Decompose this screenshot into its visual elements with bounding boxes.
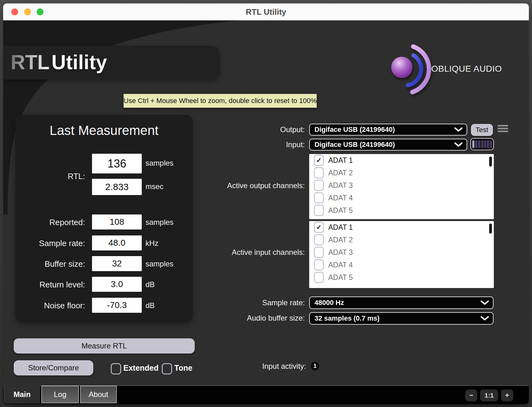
tab-about[interactable]: About [80,386,117,403]
channel-checkbox[interactable] [314,192,324,204]
output-device-value: Digiface USB (24199640) [315,126,395,134]
channel-row[interactable]: ADAT 2 [309,167,494,179]
measurement-row-label: Noise floor: [22,301,85,311]
channel-checkbox[interactable]: ✓ [314,222,324,233]
chevron-down-icon [454,142,463,147]
tone-checkbox-label: Tone [174,363,192,373]
channel-label: ADAT 4 [328,261,353,269]
app-logo-utility: Utility [51,51,107,74]
meter-bar [478,140,480,148]
measurement-row-value: 3.0 [92,277,142,292]
chevron-down-icon [481,316,489,321]
channel-row[interactable]: ADAT 4 [309,192,494,204]
channel-checkbox[interactable] [314,272,324,283]
tab-bar: MainLogAbout − 1:1 + [3,385,529,404]
tone-checkbox[interactable] [162,363,172,374]
channel-checkbox[interactable] [314,205,324,216]
measurement-row-value: 108 [92,214,142,229]
app-window: RTL Utility RTLUtility [3,3,529,404]
channel-label: ADAT 5 [328,206,353,215]
channel-row[interactable]: ✓ ADAT 1 [309,154,494,167]
measurement-row-label: Buffer size: [22,259,85,269]
title-bar: RTL Utility [3,3,529,21]
measurement-row-unit: kHz [146,239,158,248]
channel-checkbox[interactable] [314,259,324,270]
tab-log[interactable]: Log [41,386,79,403]
rtl-label: RTL: [22,172,85,181]
channel-label: ADAT 1 [328,223,353,232]
app-logo-text: RTLUtility [11,46,107,80]
scrollbar-thumb[interactable] [489,157,492,167]
input-activity-badge: 1 [311,362,319,370]
channel-checkbox[interactable] [314,167,324,178]
channel-label: ADAT 5 [328,273,353,282]
active-output-channels-label: Active output channels: [191,181,305,190]
zoom-out-button[interactable]: − [465,389,477,401]
input-activity-label: Input activity: [203,362,306,371]
channel-row[interactable]: ADAT 3 [309,246,494,259]
channel-checkbox[interactable] [314,247,324,258]
sample-rate-label: Sample rate: [191,298,305,307]
measurement-row-label: Return level: [22,280,85,290]
active-input-channels-label: Active input channels: [191,248,305,257]
output-device-dropdown[interactable]: Digiface USB (24199640) [309,124,467,136]
audio-buffer-size-label: Audio buffer size: [191,314,305,322]
audio-buffer-size-value: 32 samples (0.7 ms) [315,314,380,322]
extended-checkbox-label: Extended [123,363,159,373]
measurement-row-value: 32 [92,256,142,271]
channel-label: ADAT 3 [328,181,353,190]
meter-bar [487,140,489,148]
meter-bar-active [472,140,474,148]
input-level-meter [470,138,494,150]
rtl-samples-unit: samples [146,159,173,167]
channel-row[interactable]: ADAT 3 [309,179,494,192]
channel-label: ADAT 2 [328,236,353,244]
output-label: Output: [191,125,305,134]
channel-row[interactable]: ADAT 5 [309,204,494,217]
meter-bar [490,140,492,148]
scrollbar-thumb[interactable] [489,224,492,234]
channel-row[interactable]: ✓ ADAT 1 [309,221,494,234]
channel-label: ADAT 2 [328,169,353,177]
measurement-row-unit: dB [146,280,155,289]
input-channels-list[interactable]: ✓ ADAT 1 ADAT 2 ADAT 3 ADAT 4 ADAT 5 [309,221,494,288]
channel-row[interactable]: ADAT 2 [309,234,494,246]
meter-bar [484,140,486,148]
meter-bar [481,140,483,148]
channel-checkbox[interactable] [314,180,324,191]
store-compare-button[interactable]: Store/Compare [14,360,93,375]
zoom-hint-tooltip: Use Ctrl + Mouse Wheel to zoom, double c… [124,94,317,108]
rtl-msec-value: 2.833 [92,179,142,195]
app-logo-plate: RTLUtility [3,46,220,80]
meter-bar [475,140,477,148]
channel-row[interactable]: ADAT 4 [309,259,494,271]
measure-rtl-button[interactable]: Measure RTL [14,338,195,353]
last-measurement-panel: Last Measurement RTL: 136 samples 2.833 … [15,115,193,322]
chevron-down-icon [454,127,463,132]
channel-label: ADAT 4 [328,194,353,202]
main-content: RTLUtility [3,20,529,385]
output-channels-list[interactable]: ✓ ADAT 1 ADAT 2 ADAT 3 ADAT 4 ADAT 5 [309,154,494,219]
test-button[interactable]: Test [471,124,493,136]
channel-checkbox[interactable]: ✓ [314,155,324,166]
extended-checkbox[interactable] [111,363,121,374]
menu-icon[interactable] [498,125,508,133]
measurement-row-label: Sample rate: [22,239,85,248]
rtl-samples-value: 136 [92,154,142,173]
oblique-audio-logo-icon [374,36,436,108]
channel-checkbox[interactable] [314,234,324,245]
sample-rate-dropdown[interactable]: 48000 Hz [309,296,494,309]
input-device-dropdown[interactable]: Digiface USB (24199640) [309,139,467,151]
input-label: Input: [191,140,305,149]
tab-main[interactable]: Main [4,385,40,404]
measurement-row-value: -70.3 [92,298,142,313]
measurement-row-unit: dB [146,301,155,310]
channel-label: ADAT 1 [328,156,353,165]
channel-row[interactable]: ADAT 5 [309,271,494,284]
zoom-in-button[interactable]: + [501,389,513,401]
channel-label: ADAT 3 [328,248,353,257]
zoom-reset-button[interactable]: 1:1 [480,389,498,401]
sample-rate-value: 48000 Hz [315,299,344,307]
audio-buffer-size-dropdown[interactable]: 32 samples (0.7 ms) [309,312,494,325]
window-title: RTL Utility [3,3,529,20]
